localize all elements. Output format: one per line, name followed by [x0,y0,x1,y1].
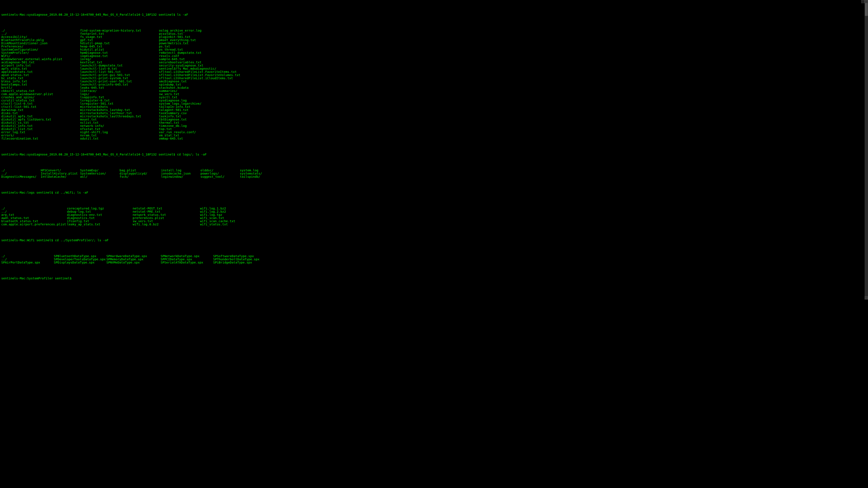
file-entry: pmset_everything.txt [159,38,240,42]
prompt-line-4: sentinels-Mac:Wifi sentinel$ cd ../Syste… [1,239,867,242]
file-entry: error_log.txt [1,131,80,134]
file-entry: InstallHistory.plist [41,172,80,175]
file-entry: timezone_db.log [159,124,240,128]
file-entry: microstackshots_lastthreedays.txt [80,115,159,118]
file-entry: microstackshots_lastday.txt [80,108,159,111]
file-entry: disks.txt [1,111,80,115]
ls4-col2: SPBluetoothDataType.spxSPDeveloperToolsD… [54,255,106,264]
file-entry: SPMemoryDataType.spx [106,258,161,261]
file-entry: DiskMountConditioner.json [1,42,80,45]
file-entry: bluetooth_status.txt [1,220,67,223]
file-entry: wifi_scan.txt [200,217,235,220]
file-entry: pluginkit-501.txt [159,35,240,38]
file-entry: taskSummary.csv [159,111,240,115]
file-entry: diagnostics.txt [67,217,133,220]
ls3-col3: netstat-POST.txtnetstat-PRE.txtnetwork_s… [133,207,200,226]
file-entry: launchctl-print-user-501.txt [80,80,159,83]
ls-output-4: ./../SPAirPortDataType.spx SPBluetoothDa… [1,255,867,264]
file-entry: network_status.txt [133,213,200,217]
file-entry: WindowServer.external.winfo.plist [1,58,80,61]
window-corner-widget [861,0,865,3]
file-entry: ../ [1,32,80,35]
file-entry: SPNetworkDataType.spx [161,255,213,258]
ls2-col7: system.logsystemstats/tailspindb/ [240,169,262,178]
file-entry: apsd-status.txt [1,73,80,77]
file-entry: sentinelâ??s Mac.mdsdiagnostic/ [159,67,240,70]
file-entry: fs_usage.txt [80,35,159,38]
file-entry: launchctl-list-501.txt [80,70,159,73]
file-entry: ./ [1,207,67,210]
scroll-thumb[interactable] [865,3,868,16]
file-entry: preferences.plist [133,217,200,220]
file-entry: darwinup.txt [1,108,80,111]
file-entry: powerlogs/ [200,172,240,175]
file-entry: sfltool.LSSharedFileList.iCloudItems.txt [159,77,240,80]
file-entry: hpmDiagnose.txt [80,51,159,55]
file-entry: microstackshots_lasthour.txt [80,111,159,115]
ls2-col5: install.logionodecache.jsonloginwindow/ [161,169,200,178]
file-entry: SystemConfiguration/ [1,48,80,51]
file-entry: WiFi/ [1,55,80,58]
prompt-prefix: sentinels-Mac:sysdiagnose_2019.08.20_15-… [1,153,177,156]
file-entry: Preferences/ [1,45,80,48]
ls4-col3: SPHardwareDataType.spxSPMemoryDataType.s… [106,255,161,264]
ls3-col2: corecaptured.log.tgzdebug-log.txtdiagnos… [67,207,133,226]
terminal-output[interactable]: sentinels-Mac:sysdiagnose_2019.08.20_15-… [0,0,868,299]
ls3-col1: ./../arp.txtawdl_status.txtbluetooth_sta… [1,207,67,226]
file-entry: awdl_status.txt [1,217,67,220]
file-entry: logs/ [80,93,159,96]
prompt-prefix: sentinels-Mac:sysdiagnose_2019.08.20_15-… [1,13,177,16]
file-entry: summaries/ [159,89,240,93]
file-entry: var_run_resolv.conf/ [159,131,240,134]
file-entry: arp.txt [1,213,67,217]
file-entry: netstat-POST.txt [133,207,200,210]
file-entry: wifi.log.tgz [200,213,235,217]
file-entry: wifi_scan_cache.txt [200,220,235,223]
file-entry: airport_info.txt [1,64,80,67]
scroll-down-button[interactable] [865,296,868,299]
file-entry: apfs_stats.txt [1,67,80,70]
file-entry: ../ [1,258,54,261]
file-entry: diskutil_cs.txt [1,121,80,124]
ls2-col1: ./../DiagnosticMessages/ [1,169,41,178]
scroll-up-button[interactable] [865,0,868,3]
ls2-col3: SystemExp/SystemVersion/asl/ [80,169,120,178]
file-entry: SPSoftwareDataType.spx [213,255,259,258]
ls2-col6: olddsc/powerlogs/suggest_tool/ [200,169,240,178]
file-entry: stackshot.kcdata [159,86,240,89]
file-entry: crashes_and_spins/ [1,96,80,99]
file-entry: sfltool.LSSharedFileList.FavoriteVolumes… [159,73,240,77]
file-entry: taskinfo.txt [159,115,240,118]
file-entry: sysdiagnose.log [159,99,240,102]
file-entry: ionodecache.json [161,172,200,175]
file-entry: SystemProfiler/ [1,51,80,55]
vertical-scrollbar[interactable] [865,0,868,299]
file-entry: top.txt [159,128,240,131]
file-entry: sample-645.txt [159,58,240,61]
file-entry: nfsstat.txt [80,128,159,131]
scroll-track[interactable] [865,3,868,296]
file-entry: ps_thread.txt [159,48,240,51]
file-entry: oslog_archive_error.log [159,29,240,32]
file-entry: launchctl-procinfo-645.txt [80,83,159,86]
file-entry: ../ [1,210,67,213]
file-entry: ioreg/ [80,58,159,61]
file-entry: ctsctl-list-0.txt [1,102,80,105]
file-entry: diskutil_apfs.txt [1,115,80,118]
file-entry: vm_stat.txt [159,134,240,137]
file-entry: SPSerialATADataType.spx [161,261,213,264]
file-entry: SPNVMeDataType.spx [106,261,161,264]
file-entry: applessdstats.txt [1,70,80,73]
ls1-col1: ./../Accessibility/BluetoothTraceFile.pk… [1,29,80,140]
command-text: ls -aF [177,13,188,16]
ls1-col2: find-system-migration-history.txtfootpri… [80,29,159,140]
file-entry: SPHardwareDataType.spx [106,255,161,258]
file-entry: resolv.conf [159,55,240,58]
file-entry: launchctl-print-system.txt [80,77,159,80]
file-entry: hdiutil-pmap.txt [80,42,159,45]
ls4-col5: SPSoftwareDataType.spxSPThunderboltDataT… [213,255,259,264]
file-entry: corecaptured.log.tgz [67,207,133,210]
ls2-col2: HFSConvert/InstallHistory.plistIntlDataC… [41,169,80,178]
file-entry: netstat-PRE.txt [133,210,200,213]
ls4-col1: ./../SPAirPortDataType.spx [1,255,54,264]
